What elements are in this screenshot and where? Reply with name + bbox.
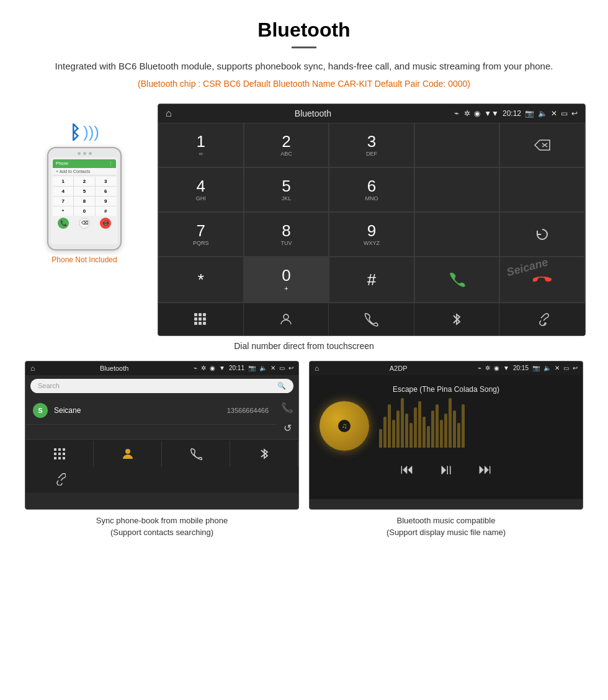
prev-track-icon[interactable]: ⏮	[400, 461, 414, 477]
ms-signal: ▼	[503, 365, 509, 371]
dial-status-bar: ⌂ Bluetooth ⌁ ✲ ◉ ▼▼ 20:12 📷 🔈 ✕ ▭ ↩	[158, 104, 585, 123]
nav-link[interactable]	[499, 303, 585, 335]
phonebook-content: S Seicane 13566664466 📞 ↺	[25, 397, 298, 439]
pb-nav-calls[interactable]	[162, 441, 230, 467]
dial-key-5[interactable]: 5 JKL	[244, 167, 329, 212]
dial-num-2: 2	[282, 133, 290, 149]
pb-dialpad-icon	[54, 448, 65, 459]
music-caption: Bluetooth music compatible(Support displ…	[387, 515, 506, 539]
play-pause-icon[interactable]: ⏯	[439, 461, 454, 478]
nav-dialpad[interactable]	[158, 303, 244, 335]
backspace-icon	[534, 139, 551, 151]
eq-bar-14	[436, 404, 439, 448]
dial-key-6[interactable]: 6 MNO	[329, 167, 414, 212]
pb-home-icon[interactable]: ⌂	[30, 364, 35, 373]
dial-key-3[interactable]: 3 DEF	[329, 123, 414, 167]
dial-key-hash[interactable]: #	[329, 257, 414, 303]
eq-bar-18	[453, 410, 456, 448]
dial-key-7[interactable]: 7 PQRS	[158, 212, 244, 257]
phonebook-caption: Sync phone-book from mobile phone(Suppor…	[96, 515, 228, 539]
contact-initial: S	[33, 403, 48, 418]
search-placeholder: Search	[38, 382, 60, 389]
dial-key-4[interactable]: 4 GHI	[158, 167, 244, 212]
contact-row-seicane[interactable]: S Seicane 13566664466	[25, 397, 276, 425]
dial-num-star: *	[198, 272, 204, 288]
ms-home-icon[interactable]: ⌂	[315, 364, 319, 373]
pb-nav-bluetooth[interactable]	[230, 441, 298, 467]
nav-contacts[interactable]	[244, 303, 329, 335]
dial-end-button[interactable]	[499, 257, 585, 303]
dial-num-8: 8	[282, 223, 290, 239]
dial-key-8[interactable]: 8 TUV	[244, 212, 329, 257]
dial-key-1[interactable]: 1 ∞	[158, 123, 244, 167]
phone-key-4: 4	[53, 187, 73, 196]
status-icons-group: ✲ ◉ ▼▼ 20:12 📷 🔈 ✕ ▭ ↩	[464, 109, 578, 118]
close-icon[interactable]: ✕	[551, 109, 557, 118]
main-caption: Dial number direct from touchscreen	[25, 341, 583, 351]
eq-bar-19	[457, 423, 460, 448]
pb-nav-dialpad[interactable]	[25, 441, 94, 467]
svg-point-22	[125, 449, 130, 454]
main-content-row: ᛒ ))) Phone ⋮ + Add to Contacts	[25, 104, 583, 336]
eq-bar-4	[392, 420, 395, 448]
music-status-bar: ⌂ A2DP ⌁ ✲ ◉ ▼ 20:15 📷 🔈 ✕ ▭ ↩	[310, 361, 583, 375]
search-bar[interactable]: Search 🔍	[30, 379, 293, 393]
title-divider	[292, 47, 316, 48]
dial-key-0[interactable]: 0 +	[244, 257, 329, 303]
svg-rect-6	[194, 317, 197, 321]
eq-bar-8	[409, 423, 413, 448]
pb-vol: 🔈	[259, 365, 267, 371]
ms-x[interactable]: ✕	[555, 365, 560, 371]
dial-num-5: 5	[282, 178, 290, 194]
dial-screen-wrapper: ⌂ Bluetooth ⌁ ✲ ◉ ▼▼ 20:12 📷 🔈 ✕ ▭ ↩	[158, 104, 586, 336]
pb-nav-contacts[interactable]	[94, 441, 162, 467]
dial-num-6: 6	[367, 178, 376, 194]
dial-key-2[interactable]: 2 ABC	[244, 123, 329, 167]
phonebook-screenshot-col: ⌂ Bluetooth ⌁ ✲ ◉ ▼ 20:11 📷 🔈 ✕ ▭ ↩ Se	[25, 361, 299, 539]
eq-bar-5	[396, 410, 400, 448]
search-icon: 🔍	[277, 382, 286, 390]
dial-key-star[interactable]: *	[158, 257, 244, 303]
dial-call-button[interactable]	[414, 257, 500, 303]
pb-link-icon	[53, 473, 66, 485]
phone-app-name: Phone	[56, 161, 68, 166]
ms-back[interactable]: ↩	[573, 365, 578, 371]
svg-rect-21	[63, 457, 65, 459]
pb-back[interactable]: ↩	[288, 365, 293, 371]
pb-x[interactable]: ✕	[270, 365, 275, 371]
ms-location-icon: ◉	[494, 365, 499, 371]
refresh-side-icon[interactable]: ↺	[284, 422, 292, 434]
dial-letters-1: ∞	[199, 151, 203, 157]
ms-win: ▭	[563, 365, 569, 371]
pb-nav-link[interactable]	[25, 467, 94, 492]
music-song-title: Escape (The Pina Colada Song)	[393, 385, 499, 394]
eq-bar-6	[401, 398, 404, 448]
svg-rect-19	[54, 457, 56, 459]
nav-bluetooth[interactable]	[414, 303, 500, 335]
dial-letters-3: DEF	[366, 151, 377, 157]
dial-refresh-button[interactable]	[499, 212, 585, 257]
phone-key-1: 1	[53, 177, 73, 186]
phone-side-icon[interactable]: 📞	[281, 402, 293, 414]
phone-delete-button[interactable]: ⌫	[79, 218, 90, 229]
eq-bar-2	[383, 417, 387, 448]
eq-bar-7	[405, 414, 408, 448]
phone-end-button[interactable]: 📵	[100, 218, 111, 229]
phone-key-star: *	[53, 206, 73, 216]
music-disc: ♫	[320, 401, 369, 451]
next-track-icon[interactable]: ⏭	[478, 461, 492, 477]
bluetooth-icon-large: ᛒ	[69, 122, 81, 143]
back-icon[interactable]: ↩	[571, 109, 578, 118]
dialpad-grid: 1 ∞ 2 ABC 3 DEF	[158, 123, 585, 303]
ms-time: 20:15	[513, 365, 529, 371]
svg-rect-17	[58, 453, 61, 455]
phone-call-button[interactable]: 📞	[58, 218, 69, 229]
home-icon[interactable]: ⌂	[166, 108, 172, 119]
music-disc-inner: ♫	[338, 420, 351, 432]
svg-rect-7	[199, 317, 202, 321]
dial-key-9[interactable]: 9 WXYZ	[329, 212, 414, 257]
phonebook-screen: ⌂ Bluetooth ⌁ ✲ ◉ ▼ 20:11 📷 🔈 ✕ ▭ ↩ Se	[25, 361, 299, 510]
pb-time: 20:11	[229, 365, 244, 371]
nav-call-log[interactable]	[329, 303, 414, 335]
dial-backspace-button[interactable]	[499, 123, 585, 167]
